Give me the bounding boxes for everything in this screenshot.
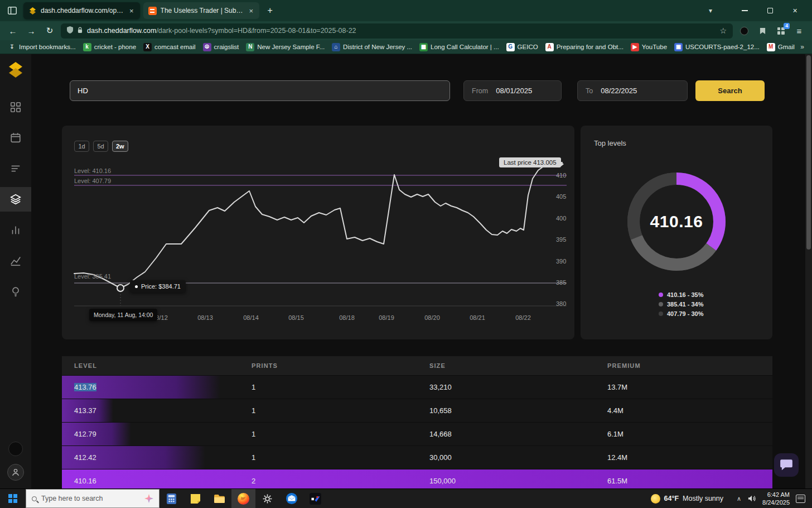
bookmark-item[interactable]: GGEICO <box>503 42 542 52</box>
legend-dot-icon <box>659 302 663 306</box>
table-row[interactable]: 413.37 1 10,658 4.4M <box>62 399 772 422</box>
level-value-selected: 413.76 <box>74 383 96 391</box>
sidebar-item-stats[interactable] <box>0 218 31 242</box>
page-content: From 08/01/2025 To 08/22/2025 Search 1d … <box>0 54 812 488</box>
from-label: From <box>472 87 488 95</box>
bookmark-star-icon[interactable]: ☆ <box>719 26 727 35</box>
x-axis-tick: 08/19 <box>374 314 399 321</box>
from-date-field[interactable]: From 08/01/2025 <box>463 80 562 101</box>
search-button[interactable]: Search <box>695 80 765 101</box>
bookmark-item[interactable]: ☮craigslist <box>200 42 243 52</box>
sidebar-item-dashboard[interactable] <box>0 95 31 119</box>
extension-icon[interactable] <box>737 23 751 38</box>
bookmark-item[interactable]: kcricket - phone <box>80 42 139 52</box>
sidebar-item-dark-pool-levels[interactable] <box>0 187 31 212</box>
chat-widget-button[interactable] <box>774 453 799 477</box>
library-icon[interactable] <box>755 23 770 38</box>
url-text[interactable]: dash.cheddarflow.com/dark-pool-levels?sy… <box>87 27 356 35</box>
taskbar-app-thunderbird[interactable] <box>279 489 303 508</box>
window-minimize-button[interactable] <box>732 0 757 21</box>
extensions-badge-icon[interactable]: 4 <box>774 23 788 38</box>
copilot-sparkle-icon[interactable] <box>144 494 153 503</box>
weather-temp: 64°F <box>664 495 679 502</box>
price-chart-card: 1d 5d 2w Level: 410.16 Level: <box>62 126 574 339</box>
bookmark-item[interactable]: APreparing for and Obt... <box>542 42 627 52</box>
cheddarflow-logo[interactable] <box>8 61 23 80</box>
bookmark-item[interactable]: Xcomcast email <box>140 42 199 52</box>
table-header: LEVEL PRINTS SIZE PREMIUM <box>62 356 772 375</box>
scrollbar[interactable] <box>805 54 812 488</box>
tray-chevron-icon[interactable]: ∧ <box>737 495 741 502</box>
price-series-line <box>74 162 562 288</box>
menu-icon[interactable]: ≡ <box>792 23 806 38</box>
back-button[interactable]: ← <box>6 23 20 38</box>
clock-date: 8/24/2025 <box>762 499 790 506</box>
sidebar-item-calendar[interactable] <box>0 126 31 150</box>
speaker-icon[interactable] <box>747 495 756 502</box>
bookmark-item[interactable]: ▦Long Call Calculator | ... <box>416 42 502 52</box>
sidebar-item-charts[interactable] <box>0 248 31 273</box>
forward-button[interactable]: → <box>24 23 38 38</box>
last-price-tooltip: Last price 413.005 <box>499 157 561 167</box>
bookmark-item[interactable]: NNew Jersey Sample F... <box>243 42 328 52</box>
taskbar-app-settings[interactable] <box>255 489 279 508</box>
windows-logo-icon <box>8 494 17 503</box>
firefox-view-icon[interactable] <box>4 3 20 18</box>
taskbar-app-sticky-notes[interactable] <box>183 489 207 508</box>
start-button[interactable] <box>0 489 26 508</box>
bookmark-item[interactable]: ↧Import bookmarks... <box>4 42 79 52</box>
tab-close-icon[interactable]: × <box>128 7 135 15</box>
y-axis-tick: 405 <box>556 193 566 200</box>
bookmark-item[interactable]: MGmail <box>763 42 797 52</box>
tracking-shield-icon[interactable] <box>67 26 73 36</box>
new-tab-button[interactable]: + <box>263 3 277 18</box>
bookmark-item[interactable]: ⌂District of New Jersey ... <box>328 42 415 52</box>
tab-close-icon[interactable]: × <box>248 7 255 15</box>
taskbar-app-firefox[interactable] <box>231 489 255 508</box>
col-premium: PREMIUM <box>607 362 772 369</box>
sun-icon <box>651 494 660 504</box>
taskbar-app-calculator[interactable] <box>160 489 183 508</box>
bookmark-item[interactable]: ▶YouTube <box>627 42 670 52</box>
table-row[interactable]: 412.42 1 30,000 12.4M <box>62 445 772 469</box>
sidebar-nav <box>0 95 31 304</box>
list-tabs-chevron-icon[interactable]: ▾ <box>701 2 720 19</box>
system-tray: ∧ 6:42 AM 8/24/2025 <box>730 489 812 508</box>
to-value: 08/22/2025 <box>601 87 637 95</box>
url-bar[interactable]: dash.cheddarflow.com/dark-pool-levels?sy… <box>61 23 733 39</box>
sidebar-bottom <box>7 442 24 481</box>
taskbar-search[interactable]: Type here to search <box>26 489 160 508</box>
window-close-button[interactable]: × <box>782 0 808 21</box>
table-row-highlighted[interactable]: 410.16 2 150,000 61.5M <box>62 469 772 488</box>
sidebar-item-flow[interactable] <box>0 156 31 181</box>
taskbar-app-tradingview[interactable] <box>303 489 327 508</box>
price-line-chart[interactable] <box>62 126 574 339</box>
tab-substack[interactable]: The Useless Trader | Substack × <box>143 2 260 19</box>
avatar[interactable] <box>7 464 24 481</box>
y-axis-tick: 390 <box>556 258 566 265</box>
x-axis-tick: 08/20 <box>420 314 444 321</box>
bookmark-favicon: ▶ <box>631 43 639 51</box>
bookmark-favicon: A <box>545 43 554 51</box>
symbol-input[interactable] <box>70 80 450 101</box>
bookmark-item[interactable]: ▣USCOURTS-paed-2_12... <box>671 42 763 52</box>
reload-button[interactable]: ↻ <box>42 23 57 38</box>
tab-cheddarflow[interactable]: dash.cheddarflow.com/options... × <box>23 2 140 19</box>
bookmarks-overflow-icon[interactable]: » <box>797 43 808 51</box>
taskbar-clock[interactable]: 6:42 AM 8/24/2025 <box>762 491 790 507</box>
taskbar-app-file-explorer[interactable] <box>207 489 231 508</box>
window-restore-button[interactable] <box>757 0 782 21</box>
table-row[interactable]: 412.79 1 14,668 6.1M <box>62 422 772 445</box>
taskbar-weather-widget[interactable]: 64°F Mostly sunny <box>644 489 731 508</box>
sidebar-item-ideas[interactable] <box>0 279 31 304</box>
status-dot-button[interactable] <box>8 442 23 456</box>
app-sidebar <box>0 54 31 488</box>
notification-center-icon[interactable] <box>796 495 805 503</box>
level-line-label: Level: 410.16 <box>74 167 111 174</box>
scrollbar-thumb[interactable] <box>806 55 811 250</box>
table-row[interactable]: 413.76 1 33,210 13.7M <box>62 375 772 399</box>
legend-dot-icon <box>659 311 663 316</box>
to-date-field[interactable]: To 08/22/2025 <box>577 80 688 101</box>
tradingview-icon <box>310 493 321 505</box>
lock-icon[interactable] <box>78 26 83 36</box>
